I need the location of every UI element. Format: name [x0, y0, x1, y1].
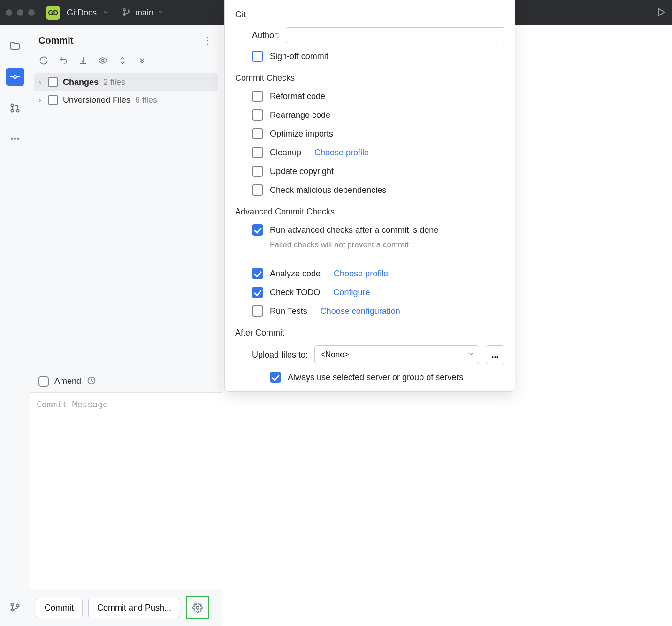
analyze-label: Analyze code	[270, 269, 321, 279]
svg-point-18	[196, 606, 199, 609]
commit-options-popover: Git Author: Sign-off commit Commit Check…	[224, 0, 515, 392]
svg-point-12	[17, 138, 19, 140]
svg-point-7	[11, 104, 13, 107]
advanced-checks-section: Advanced Commit Checks Run advanced chec…	[235, 207, 504, 317]
cleanup-profile-link[interactable]: Choose profile	[314, 148, 369, 158]
commit-options-gear-icon[interactable]	[189, 599, 206, 616]
svg-point-15	[16, 605, 19, 607]
amend-label: Amend	[54, 376, 81, 386]
svg-point-4	[14, 76, 16, 78]
commit-button-row: Commit Commit and Push...	[30, 589, 222, 626]
rearrange-checkbox[interactable]	[252, 109, 263, 121]
commit-and-push-button[interactable]: Commit and Push...	[88, 598, 180, 618]
branch-selector[interactable]: main	[122, 8, 164, 18]
malicious-label: Check malicious dependencies	[270, 185, 386, 195]
project-dropdown-icon[interactable]	[102, 9, 109, 17]
malicious-checkbox[interactable]	[252, 184, 263, 196]
history-icon[interactable]	[87, 376, 96, 387]
chevron-right-icon: ›	[37, 95, 43, 105]
changes-checkbox[interactable]	[48, 77, 58, 87]
optimize-label: Optimize imports	[270, 129, 333, 139]
reformat-checkbox[interactable]	[252, 91, 263, 102]
branch-name: main	[135, 8, 153, 18]
chevron-right-icon: ›	[37, 77, 43, 87]
refresh-icon[interactable]	[38, 55, 49, 66]
advanced-legend: Advanced Commit Checks	[235, 207, 335, 217]
analyze-checkbox[interactable]	[252, 268, 263, 279]
commit-panel-more-icon[interactable]: ⋮	[203, 35, 214, 46]
preview-diff-icon[interactable]	[98, 55, 108, 66]
branch-dropdown-icon	[157, 9, 164, 17]
rail-vcs-icon[interactable]	[6, 598, 24, 617]
copyright-label: Update copyright	[270, 167, 334, 176]
copyright-checkbox[interactable]	[252, 166, 263, 177]
changes-node[interactable]: › Changes 2 files	[34, 73, 218, 91]
optimize-checkbox[interactable]	[252, 128, 263, 139]
divider	[300, 78, 504, 78]
divider	[252, 260, 504, 260]
svg-point-0	[123, 8, 125, 10]
todo-checkbox[interactable]	[252, 287, 263, 298]
svg-point-8	[11, 110, 13, 112]
changes-label: Changes	[63, 77, 99, 87]
traffic-light-minimize[interactable]	[17, 9, 23, 16]
rearrange-label: Rearrange code	[270, 110, 330, 120]
git-legend: Git	[235, 10, 246, 20]
project-badge: GD	[46, 6, 60, 20]
svg-point-11	[14, 138, 16, 140]
upload-select[interactable]	[314, 345, 479, 364]
run-icon[interactable]	[656, 7, 666, 19]
group-by-icon[interactable]	[137, 55, 147, 66]
author-label: Author:	[252, 31, 279, 40]
commit-toolbar	[30, 53, 222, 73]
window-controls	[6, 9, 35, 16]
after-commit-legend: After Commit	[235, 328, 284, 338]
run-after-help: Failed checks will not prevent a commit	[270, 240, 504, 250]
branch-icon	[122, 8, 131, 18]
rollback-icon[interactable]	[58, 55, 69, 66]
always-use-label: Always use selected server or group of s…	[288, 373, 463, 382]
author-input[interactable]	[286, 27, 504, 43]
rail-project-icon[interactable]	[6, 37, 24, 55]
left-toolbar	[0, 25, 30, 626]
cleanup-checkbox[interactable]	[252, 147, 263, 158]
rail-commit-icon[interactable]	[6, 68, 24, 86]
divider	[252, 15, 504, 15]
commit-checks-section: Commit Checks Reformat code Rearrange co…	[235, 73, 504, 196]
unversioned-node[interactable]: › Unversioned Files 6 files	[30, 91, 222, 109]
commit-message-area[interactable]	[30, 392, 222, 589]
always-use-checkbox[interactable]	[270, 372, 281, 383]
svg-point-16	[102, 60, 104, 62]
svg-point-10	[11, 138, 13, 140]
rail-more-icon[interactable]	[6, 130, 24, 148]
amend-checkbox[interactable]	[38, 376, 49, 387]
divider	[340, 212, 504, 212]
run-tests-config-link[interactable]: Choose configuration	[321, 306, 400, 316]
traffic-light-zoom[interactable]	[28, 9, 35, 16]
signoff-checkbox[interactable]	[252, 51, 263, 62]
run-tests-checkbox[interactable]	[252, 305, 263, 317]
commit-message-input[interactable]	[37, 399, 215, 583]
commit-panel-title: Commit	[38, 35, 73, 46]
unversioned-checkbox[interactable]	[48, 95, 58, 105]
svg-point-2	[128, 10, 130, 12]
commit-button[interactable]: Commit	[36, 598, 83, 618]
traffic-light-close[interactable]	[6, 9, 12, 16]
analyze-profile-link[interactable]: Choose profile	[334, 269, 388, 279]
run-after-label: Run advanced checks after a commit is do…	[270, 225, 438, 235]
amend-row: Amend	[30, 376, 222, 392]
run-after-checkbox[interactable]	[252, 224, 263, 236]
cleanup-label: Cleanup	[270, 148, 301, 158]
unversioned-count: 6 files	[135, 95, 157, 105]
after-commit-section: After Commit Upload files to: ... Always…	[235, 328, 504, 383]
project-name[interactable]: GitDocs	[67, 8, 97, 18]
todo-configure-link[interactable]: Configure	[333, 288, 370, 298]
upload-more-button[interactable]: ...	[486, 345, 504, 364]
svg-point-9	[16, 110, 19, 112]
shelve-icon[interactable]	[78, 55, 88, 66]
rail-pull-request-icon[interactable]	[6, 99, 24, 117]
commit-checks-legend: Commit Checks	[235, 73, 295, 83]
upload-label: Upload files to:	[252, 350, 308, 360]
expand-collapse-icon[interactable]	[117, 55, 128, 66]
todo-label: Check TODO	[270, 288, 320, 298]
